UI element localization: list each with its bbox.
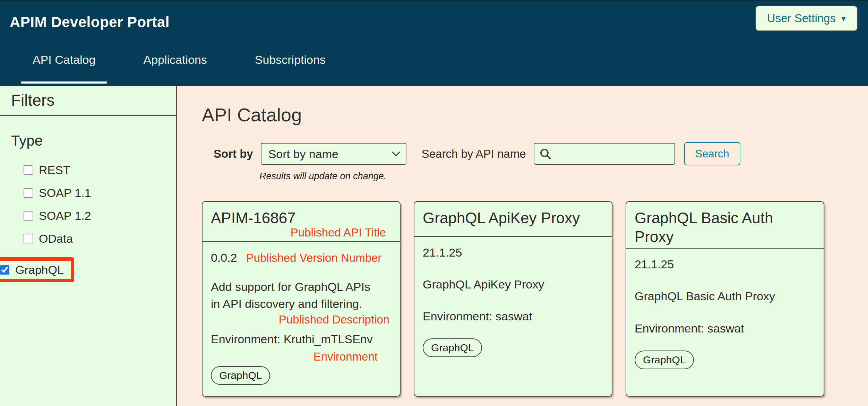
odata-checkbox[interactable] <box>24 234 33 243</box>
description-line-2: in API discovery and filtering. <box>211 295 392 312</box>
rest-label: REST <box>39 163 70 177</box>
card-environment: Environment: saswat <box>635 322 815 335</box>
card-description: Add support for GraphQL APIs in API disc… <box>211 278 392 313</box>
search-button[interactable]: Search <box>684 142 740 165</box>
api-card-list: APIM-16867 Published API Title 0.0.2 Pub… <box>202 201 868 397</box>
sort-by-label: Sort by <box>214 147 253 161</box>
sort-note: Results will update on change. <box>259 171 868 182</box>
api-card-apim-16867[interactable]: APIM-16867 Published API Title 0.0.2 Pub… <box>202 201 401 397</box>
card-header: APIM-16867 Published API Title <box>203 202 400 242</box>
published-api-title-annotation: Published API Title <box>211 226 392 239</box>
graphql-tag-badge: GraphQL <box>635 351 694 369</box>
tab-api-catalog[interactable]: API Catalog <box>21 53 107 84</box>
graphql-label: GraphQL <box>15 263 64 277</box>
filter-option-soap11[interactable]: SOAP 1.1 <box>24 187 176 199</box>
card-description: GraphQL ApiKey Proxy <box>423 276 603 293</box>
app-header: APIM Developer Portal User Settings ▾ AP… <box>0 0 868 86</box>
version-row: 0.0.2 Published Version Number <box>211 251 392 265</box>
sort-select[interactable]: Sort by name <box>261 143 406 165</box>
card-header: GraphQL Basic Auth Proxy <box>626 202 824 249</box>
card-description: GraphQL Basic Auth Proxy <box>635 288 815 305</box>
card-environment: Environment: Kruthi_mTLSEnv <box>211 332 392 346</box>
published-version-annotation: Published Version Number <box>246 251 382 265</box>
graphql-checkbox[interactable] <box>0 265 9 275</box>
card-version: 21.1.25 <box>423 246 462 259</box>
card-body: 21.1.25 GraphQL ApiKey Proxy Environment… <box>414 237 612 396</box>
graphql-tag-badge: GraphQL <box>211 366 270 385</box>
soap11-label: SOAP 1.1 <box>39 186 91 200</box>
search-box <box>534 143 675 165</box>
filter-option-graphql[interactable]: GraphQL <box>0 264 64 276</box>
filters-sidebar: Filters Type REST SOAP 1.1 SOAP 1.2 <box>0 86 177 406</box>
card-body: 0.0.2 Published Version Number Add suppo… <box>203 242 400 396</box>
api-card-graphql-apikey-proxy[interactable]: GraphQL ApiKey Proxy 21.1.25 GraphQL Api… <box>414 201 612 397</box>
page: APIM Developer Portal User Settings ▾ AP… <box>0 0 868 406</box>
filter-option-rest[interactable]: REST <box>24 164 176 176</box>
card-version: 21.1.25 <box>635 258 674 271</box>
filter-option-soap12[interactable]: SOAP 1.2 <box>24 209 176 222</box>
graphql-highlight-box: GraphQL <box>0 257 74 282</box>
filter-option-odata[interactable]: OData <box>24 232 176 245</box>
user-settings-button[interactable]: User Settings ▾ <box>755 6 858 31</box>
tab-applications[interactable]: Applications <box>131 53 218 84</box>
card-version: 0.0.2 <box>211 251 237 265</box>
soap12-label: SOAP 1.2 <box>39 209 91 223</box>
card-title: GraphQL ApiKey Proxy <box>423 209 603 227</box>
graphql-tag-badge: GraphQL <box>423 338 482 357</box>
description-line-1: GraphQL Basic Auth Proxy <box>635 288 815 305</box>
card-title: GraphQL Basic Auth Proxy <box>635 209 815 246</box>
content: Filters Type REST SOAP 1.1 SOAP 1.2 <box>0 86 868 406</box>
nav-tabs: API Catalog Applications Subscriptions <box>21 53 868 84</box>
environment-annotation: Environment <box>211 350 392 363</box>
card-environment: Environment: saswat <box>423 310 603 323</box>
type-filter-list: REST SOAP 1.1 SOAP 1.2 OData <box>0 164 176 282</box>
published-description-annotation: Published Description <box>211 313 392 326</box>
filters-title: Filters <box>11 91 176 110</box>
rest-checkbox[interactable] <box>24 165 33 175</box>
card-title: APIM-16867 <box>211 209 392 227</box>
search-input[interactable] <box>534 143 675 165</box>
toolbar: Sort by Sort by name Search by API name <box>214 142 868 165</box>
search-by-label: Search by API name <box>422 147 526 161</box>
card-header: GraphQL ApiKey Proxy <box>414 202 612 237</box>
description-line-1: GraphQL ApiKey Proxy <box>423 276 603 293</box>
soap12-checkbox[interactable] <box>24 211 33 221</box>
odata-label: OData <box>39 232 73 245</box>
user-settings-label: User Settings <box>767 12 836 25</box>
page-title: API Catalog <box>202 104 868 126</box>
type-section-title: Type <box>11 132 176 149</box>
version-row: 21.1.25 <box>635 258 815 271</box>
version-row: 21.1.25 <box>423 246 603 259</box>
tab-subscriptions[interactable]: Subscriptions <box>243 53 337 84</box>
sort-select-wrap: Sort by name <box>261 143 406 165</box>
card-body: 21.1.25 GraphQL Basic Auth Proxy Environ… <box>626 249 824 396</box>
filters-header: Filters <box>0 86 176 116</box>
app-title: APIM Developer Portal <box>10 14 868 31</box>
caret-down-icon: ▾ <box>841 13 846 24</box>
main-panel: API Catalog Sort by Sort by name Search … <box>177 86 868 406</box>
description-line-1: Add support for GraphQL APIs <box>211 278 392 295</box>
soap11-checkbox[interactable] <box>24 188 33 198</box>
api-card-graphql-basic-auth-proxy[interactable]: GraphQL Basic Auth Proxy 21.1.25 GraphQL… <box>626 201 824 397</box>
